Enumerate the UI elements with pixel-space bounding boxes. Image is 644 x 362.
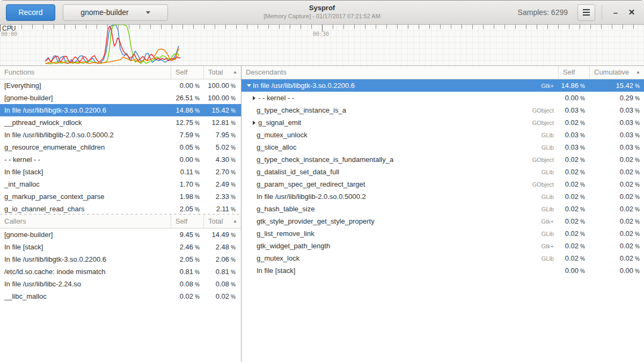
percent-value: 0.02% bbox=[558, 168, 589, 176]
percent-value: 2.46% bbox=[171, 243, 203, 251]
percent-value: 5.02% bbox=[203, 143, 241, 151]
tree-row[interactable]: g_type_check_instance_is_aGObject0.03%0.… bbox=[241, 104, 644, 116]
percent-value: 0.00% bbox=[558, 267, 589, 275]
functions-self-column-header[interactable]: Self bbox=[171, 66, 203, 79]
samples-count: Samples: 6299 bbox=[518, 8, 568, 17]
percent-value: 0.02% bbox=[203, 292, 241, 300]
function-name: g_slice_alloc bbox=[257, 143, 296, 151]
table-row[interactable]: In file [stack]0.11%2.70% bbox=[0, 166, 241, 178]
tree-row[interactable]: g_datalist_id_set_data_fullGLib0.02%0.02… bbox=[241, 166, 644, 178]
library-tag: Gtk+ bbox=[541, 83, 554, 89]
table-row[interactable]: __pthread_rwlock_rdlock12.75%12.81% bbox=[0, 116, 241, 129]
minimize-button[interactable]: – bbox=[608, 4, 624, 20]
function-name: In file [stack] bbox=[257, 267, 295, 275]
function-name: gtk_widget_path_length bbox=[257, 242, 330, 250]
table-row[interactable]: g_io_channel_read_chars2.05%2.11% bbox=[0, 203, 241, 213]
descendant-name-cell: - - kernel - - bbox=[241, 94, 558, 102]
percent-value: 15.42% bbox=[203, 106, 241, 114]
percent-value: 0.02% bbox=[558, 230, 589, 238]
percent-value: 0.81% bbox=[203, 268, 241, 276]
table-row[interactable]: - - kernel - -0.00%4.30% bbox=[0, 153, 241, 166]
percent-value: 1.70% bbox=[171, 180, 203, 188]
table-row[interactable]: In file [stack]2.46%2.48% bbox=[0, 241, 241, 253]
tree-row[interactable]: g_list_remove_linkGLib0.02%0.02% bbox=[241, 227, 644, 240]
functions-column-header[interactable]: Functions bbox=[0, 66, 171, 79]
library-tag: GLib bbox=[541, 169, 554, 175]
table-row[interactable]: /etc/ld.so.cache: inode mismatch0.81%0.8… bbox=[0, 265, 241, 278]
function-name: [gnome-builder] bbox=[0, 231, 171, 239]
descendant-name-cell: g_param_spec_get_redirect_targetGObject bbox=[241, 180, 558, 188]
tree-row[interactable]: g_signal_emitGObject0.02%0.03% bbox=[241, 116, 644, 129]
function-name: g_param_spec_get_redirect_target bbox=[257, 180, 365, 188]
tree-row[interactable]: g_mutex_lockGLib0.02%0.02% bbox=[241, 252, 644, 264]
percent-value: 7.95% bbox=[203, 131, 241, 139]
descendants-cumulative-column-header[interactable]: Cumulative ▲ bbox=[589, 66, 644, 79]
percent-value: 0.02% bbox=[589, 156, 644, 164]
expander-collapsed-icon[interactable] bbox=[250, 96, 258, 100]
tree-row[interactable]: In file /usr/lib/libgtk-3.so.0.2200.6Gtk… bbox=[241, 79, 644, 92]
percent-value: 0.29% bbox=[589, 94, 644, 102]
table-row[interactable]: In file /usr/lib/libglib-2.0.so.0.5000.2… bbox=[0, 129, 241, 141]
function-name: g_type_check_instance_is_fundamentally_a bbox=[257, 156, 393, 164]
process-selector-value: gnome-builder bbox=[80, 8, 129, 17]
table-row[interactable]: g_resource_enumerate_children0.05%5.02% bbox=[0, 141, 241, 153]
descendant-name-cell: g_datalist_id_set_data_fullGLib bbox=[241, 168, 558, 176]
function-name: In file /usr/lib/libgtk-3.so.0.2200.6 bbox=[0, 106, 171, 114]
cpu-timeline-chart[interactable]: CPU 00:00 00:30 bbox=[0, 25, 644, 66]
percent-value: 12.75% bbox=[171, 119, 203, 127]
descendants-column-header[interactable]: Descendants bbox=[241, 66, 558, 79]
tree-row[interactable]: gtk_widget_path_lengthGtk+0.02%0.02% bbox=[241, 240, 644, 252]
library-tag: GLib bbox=[541, 132, 554, 138]
function-name: g_signal_emit bbox=[258, 119, 301, 127]
tree-row[interactable]: gtk_style_provider_get_style_propertyGtk… bbox=[241, 215, 644, 227]
percent-value: 0.02% bbox=[558, 242, 589, 250]
tree-row[interactable]: g_hash_table_sizeGLib0.02%0.02% bbox=[241, 203, 644, 215]
function-name: g_mutex_lock bbox=[257, 254, 299, 262]
tree-row[interactable]: In file [stack]0.00%0.00% bbox=[241, 264, 644, 277]
expander-collapsed-icon[interactable] bbox=[250, 121, 258, 125]
library-tag: Gtk+ bbox=[541, 218, 554, 225]
percent-value: 0.02% bbox=[558, 180, 589, 188]
descendants-self-column-header[interactable]: Self bbox=[558, 66, 589, 79]
tree-row[interactable]: - - kernel - -0.00%0.29% bbox=[241, 92, 644, 104]
table-row[interactable]: In file /usr/lib/libgtk-3.so.0.2200.62.0… bbox=[0, 253, 241, 265]
table-row[interactable]: _int_malloc1.70%2.49% bbox=[0, 178, 241, 190]
percent-value: 0.03% bbox=[589, 106, 644, 114]
record-button[interactable]: Record bbox=[6, 4, 55, 21]
function-name: gtk_style_provider_get_style_property bbox=[257, 217, 375, 225]
functions-total-column-header[interactable]: Total ▲ bbox=[203, 66, 241, 79]
function-name: g_list_remove_link bbox=[257, 230, 314, 238]
descendants-table-header: Descendants Self Cumulative ▲ bbox=[241, 66, 644, 79]
function-name: g_mutex_unlock bbox=[257, 131, 308, 139]
function-name: In file /usr/lib/libc-2.24.so bbox=[0, 280, 171, 288]
percent-value: 0.03% bbox=[558, 106, 589, 114]
percent-value: 100.00% bbox=[203, 94, 241, 102]
table-row[interactable]: [gnome-builder]26.51%100.00% bbox=[0, 92, 241, 104]
tree-row[interactable]: g_slice_allocGLib0.03%0.03% bbox=[241, 141, 644, 153]
table-row[interactable]: In file /usr/lib/libc-2.24.so0.08%0.08% bbox=[0, 278, 241, 290]
percent-value: 0.02% bbox=[558, 156, 589, 164]
descendant-name-cell: g_list_remove_linkGLib bbox=[241, 230, 558, 238]
descendant-name-cell: g_signal_emitGObject bbox=[241, 119, 558, 127]
table-row[interactable]: [Everything]0.00%100.00% bbox=[0, 79, 241, 92]
process-selector-dropdown[interactable]: gnome-builder bbox=[63, 4, 168, 21]
callers-self-column-header[interactable]: Self bbox=[171, 215, 203, 228]
percent-value: 0.02% bbox=[589, 230, 644, 238]
close-button[interactable]: ✕ bbox=[624, 4, 640, 20]
tree-row[interactable]: In file /usr/lib/libglib-2.0.so.0.5000.2… bbox=[241, 190, 644, 203]
expander-expanded-icon[interactable] bbox=[245, 84, 253, 87]
callers-total-column-header[interactable]: Total ▲ bbox=[203, 215, 241, 228]
callers-column-header[interactable]: Callers bbox=[0, 215, 171, 228]
tree-row[interactable]: g_param_spec_get_redirect_targetGObject0… bbox=[241, 178, 644, 190]
table-row[interactable]: g_markup_parse_context_parse1.98%2.33% bbox=[0, 190, 241, 203]
percent-value: 0.00% bbox=[171, 82, 203, 90]
tree-row[interactable]: g_mutex_unlockGLib0.03%0.03% bbox=[241, 129, 644, 141]
menu-button[interactable] bbox=[577, 4, 595, 21]
function-name: In file /usr/lib/libglib-2.0.so.0.5000.2 bbox=[257, 193, 366, 201]
percent-value: 0.02% bbox=[558, 254, 589, 262]
table-row[interactable]: [gnome-builder]9.45%14.49% bbox=[0, 228, 241, 241]
descendant-name-cell: g_type_check_instance_is_fundamentally_a… bbox=[241, 156, 558, 164]
table-row[interactable]: __libc_malloc0.02%0.02% bbox=[0, 290, 241, 302]
tree-row[interactable]: g_type_check_instance_is_fundamentally_a… bbox=[241, 153, 644, 166]
table-row[interactable]: In file /usr/lib/libgtk-3.so.0.2200.614.… bbox=[0, 104, 241, 116]
